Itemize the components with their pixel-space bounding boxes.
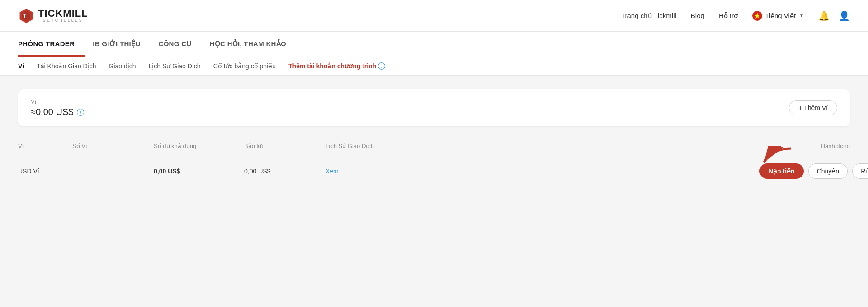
sub-nav: Ví Tài Khoản Giao Dịch Giao dịch Lịch Sử…: [0, 57, 868, 76]
cell-vi: USD Ví: [18, 168, 72, 175]
wallet-info-icon[interactable]: i: [77, 109, 84, 116]
col-header-empty: [416, 141, 760, 151]
col-header-so-vi: Số Ví: [72, 141, 154, 151]
nap-tien-button[interactable]: Nạp tiền: [760, 163, 804, 179]
logo-area: T TICKMILL SEYCHELLES: [18, 8, 88, 24]
col-header-hanh-dong: Hành động: [760, 141, 850, 151]
wallet-card-label: Ví: [31, 98, 84, 105]
wallet-card-left: Ví ≈0,00 US$ i: [31, 98, 84, 117]
user-profile-icon[interactable]: 👤: [839, 10, 850, 21]
main-nav-ib-gioi-thieu[interactable]: IB GIỚI THIỆU: [93, 32, 151, 57]
wallet-table: Ví Số Ví Số dư khả dụng Bảo lưu Lịch Sử …: [18, 137, 850, 187]
logo-text: TICKMILL SEYCHELLES: [38, 9, 88, 23]
language-selector[interactable]: Tiếng Việt ▼: [752, 11, 804, 21]
chuyen-button[interactable]: Chuyển: [808, 163, 848, 179]
wallet-amount: ≈0,00 US$ i: [31, 107, 84, 117]
main-nav-cong-cu[interactable]: CÔNG CỤ: [159, 32, 203, 57]
them-tai-khoan-info-icon[interactable]: i: [378, 62, 385, 70]
sub-nav-them-tai-khoan[interactable]: Thêm tài khoản chương trình: [288, 62, 376, 70]
table-row: USD Ví 0,00 US$ 0,00 US$ Xem: [18, 155, 850, 187]
cell-so-du: 0,00 US$: [154, 168, 244, 175]
col-header-lich-su: Lịch Sử Giao Dịch: [326, 141, 416, 151]
lang-label: Tiếng Việt: [765, 12, 796, 20]
action-buttons: Nạp tiền Chuyển Rút tiền: [760, 163, 850, 179]
nav-support[interactable]: Hỗ trợ: [719, 12, 738, 20]
sub-nav-them-tai-khoan-wrapper: Thêm tài khoản chương trình i: [288, 62, 385, 70]
flag-vietnam: [752, 11, 762, 21]
main-content: Ví ≈0,00 US$ i + Thêm Ví Ví Số Ví Số dư …: [0, 76, 868, 257]
main-nav: PHÒNG TRADER IB GIỚI THIỆU CÔNG CỤ HỌC H…: [0, 32, 868, 57]
logo-sub-text: SEYCHELLES: [38, 19, 88, 23]
cell-lich-su-link[interactable]: Xem: [326, 168, 416, 175]
notification-bell-icon[interactable]: 🔔: [818, 10, 830, 21]
main-nav-hoc-hoi[interactable]: HỌC HỎI, THAM KHẢO: [210, 32, 297, 57]
tickmill-logo-icon: T: [18, 8, 34, 24]
logo-main-text: TICKMILL: [38, 9, 88, 19]
add-wallet-button[interactable]: + Thêm Ví: [789, 100, 837, 115]
sub-nav-giao-dich[interactable]: Giao dịch: [109, 62, 136, 70]
cell-bao-luu: 0,00 US$: [244, 168, 326, 175]
nav-blog[interactable]: Blog: [691, 12, 704, 19]
sub-nav-co-tuc[interactable]: Cổ tức bằng cổ phiếu: [213, 62, 276, 70]
col-header-so-du: Số dư khả dụng: [154, 141, 244, 151]
col-header-vi: Ví: [18, 141, 72, 151]
wallet-summary-card: Ví ≈0,00 US$ i + Thêm Ví: [18, 89, 850, 126]
header-icons: 🔔 👤: [818, 10, 850, 21]
sub-nav-tai-khoan-giao-dich[interactable]: Tài Khoản Giao Dịch: [37, 62, 96, 70]
header-nav: Trang chủ Tickmill Blog Hỗ trợ Tiếng Việ…: [621, 10, 850, 21]
wallet-amount-value: ≈0,00 US$: [31, 107, 73, 117]
main-nav-phong-trader[interactable]: PHÒNG TRADER: [18, 32, 85, 57]
col-header-bao-luu: Bảo lưu: [244, 141, 326, 151]
sub-nav-vi[interactable]: Ví: [18, 62, 24, 70]
table-header-row: Ví Số Ví Số dư khả dụng Bảo lưu Lịch Sử …: [18, 137, 850, 155]
nav-home[interactable]: Trang chủ Tickmill: [621, 12, 676, 20]
header: T TICKMILL SEYCHELLES Trang chủ Tickmill…: [0, 0, 868, 32]
rut-tien-button[interactable]: Rút tiền: [852, 163, 868, 179]
svg-text:T: T: [23, 13, 27, 19]
sub-nav-lich-su-giao-dich[interactable]: Lịch Sử Giao Dịch: [149, 62, 201, 70]
lang-arrow-icon: ▼: [799, 13, 804, 18]
